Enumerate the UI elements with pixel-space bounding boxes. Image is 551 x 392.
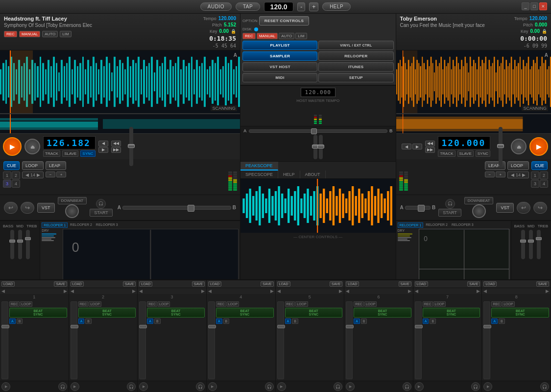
- play-btn-3[interactable]: ▶: [139, 382, 148, 391]
- load-btn-3[interactable]: LOAD: [139, 281, 152, 287]
- loop-size-right[interactable]: ◀14▶: [507, 172, 529, 178]
- help-button[interactable]: HELP: [322, 2, 351, 11]
- reset-controls-button[interactable]: RESET CONTROLS: [259, 16, 310, 25]
- rec-btn-3[interactable]: REC: [147, 301, 157, 307]
- nav-next-fast-right[interactable]: ▶▶: [425, 147, 435, 153]
- nav-left-5[interactable]: ◀: [277, 289, 281, 294]
- headphone-btn-right[interactable]: 🎧: [445, 199, 455, 209]
- headphone-btn-3[interactable]: 🎧: [196, 382, 205, 391]
- midi-button[interactable]: MIDI: [242, 73, 317, 82]
- loop-btn-2[interactable]: LOOP: [89, 301, 101, 307]
- auto-button-left[interactable]: AUTO: [42, 31, 58, 37]
- treb-slider-right[interactable]: [537, 230, 541, 259]
- minus-button[interactable]: -: [297, 2, 305, 11]
- nav-left-1[interactable]: ◀: [1, 289, 5, 294]
- play-btn-2[interactable]: ▶: [71, 382, 79, 391]
- waveform-left[interactable]: A SCANNING: [0, 50, 240, 114]
- tap-button[interactable]: TAP: [236, 2, 260, 11]
- rec-btn-4[interactable]: REC: [216, 301, 226, 307]
- cue-4-left[interactable]: 4: [12, 180, 20, 188]
- loop-btn-5[interactable]: LOOP: [295, 301, 308, 307]
- headphone-btn-left[interactable]: 🎧: [96, 199, 106, 209]
- play-button-left[interactable]: ▶: [3, 137, 22, 156]
- leap-plus-right[interactable]: +: [496, 172, 505, 177]
- cue-button-left[interactable]: CUE: [3, 161, 20, 170]
- sync-btn-left[interactable]: SYNC: [80, 150, 95, 157]
- ab-crossfader[interactable]: [249, 129, 388, 133]
- crossfader-right[interactable]: [405, 206, 431, 210]
- peakscope-tab[interactable]: PEAKSCOPE: [240, 162, 278, 171]
- rec-btn-2[interactable]: REC: [78, 301, 89, 307]
- headphone-btn-5[interactable]: 🎧: [334, 382, 342, 391]
- leap-minus-right[interactable]: −: [485, 172, 495, 177]
- beat-sync-btn-2[interactable]: BEATSYNC: [78, 308, 136, 318]
- b-btn-1[interactable]: B: [17, 318, 23, 324]
- nav-left-3[interactable]: ◀: [139, 289, 143, 294]
- save-btn-4[interactable]: SAVE: [261, 281, 273, 287]
- rec-btn-8[interactable]: REC: [491, 301, 502, 307]
- play-btn-1[interactable]: ▶: [1, 382, 10, 391]
- treb-slider-left[interactable]: [26, 230, 30, 259]
- save-btn-6[interactable]: SAVE: [399, 281, 411, 287]
- track-btn-left[interactable]: TRACK: [43, 150, 60, 157]
- play-btn-6[interactable]: ▶: [346, 382, 355, 391]
- nav-right-8[interactable]: ▶: [546, 289, 549, 294]
- b-btn-3[interactable]: B: [154, 318, 161, 324]
- relooper1-tab-right[interactable]: RELOOPER 1: [398, 222, 424, 228]
- mid-slider-right[interactable]: [529, 230, 533, 259]
- relooper1-tab-left[interactable]: RELOOPER 1: [42, 222, 68, 228]
- cue-button-right[interactable]: CUE: [531, 161, 548, 170]
- save-btn-1[interactable]: SAVE: [54, 281, 67, 287]
- nav-right-7[interactable]: ▶: [477, 289, 480, 294]
- bass-slider-left[interactable]: [10, 230, 14, 259]
- start-button-left[interactable]: START: [90, 209, 113, 217]
- nav-right-6[interactable]: ▶: [408, 289, 411, 294]
- save-btn-8[interactable]: SAVE: [536, 281, 549, 287]
- a-btn-6[interactable]: A: [354, 318, 360, 324]
- b-btn-4[interactable]: B: [223, 318, 230, 324]
- nav-left-2[interactable]: ◀: [71, 289, 74, 294]
- headphone-btn-8[interactable]: 🎧: [540, 382, 549, 391]
- nav-left-8[interactable]: ◀: [483, 289, 487, 294]
- play-btn-4[interactable]: ▶: [208, 382, 217, 391]
- b-btn-6[interactable]: B: [361, 318, 367, 324]
- load-btn-1[interactable]: LOAD: [1, 281, 15, 287]
- relooper2-tab-right[interactable]: RELOOPER 2: [424, 222, 449, 228]
- nav-left-4[interactable]: ◀: [208, 289, 212, 294]
- save-btn-2[interactable]: SAVE: [123, 281, 136, 287]
- pitch-slider-right[interactable]: [499, 127, 503, 166]
- save-btn-3[interactable]: SAVE: [192, 281, 205, 287]
- relooper3-tab-right[interactable]: RELOOPER 3: [450, 222, 475, 228]
- nav-next-left[interactable]: ▶: [98, 147, 108, 153]
- load-btn-8[interactable]: LOAD: [483, 281, 497, 287]
- load-btn-6[interactable]: LOAD: [346, 281, 359, 287]
- downbeat-button-left[interactable]: DOWNBEAT: [58, 197, 87, 204]
- fader-8[interactable]: [483, 301, 490, 379]
- setup-button[interactable]: SETUP: [318, 73, 393, 82]
- leap-plus-left[interactable]: +: [56, 172, 66, 177]
- vsthost-button[interactable]: VST HOST: [242, 62, 317, 72]
- close-button[interactable]: ✕: [539, 2, 547, 10]
- b-btn-7[interactable]: B: [430, 318, 436, 324]
- save-btn-7[interactable]: SAVE: [467, 281, 480, 287]
- maximize-button[interactable]: □: [530, 2, 538, 10]
- headphone-btn-2[interactable]: 🎧: [127, 382, 136, 391]
- vst-button-left[interactable]: VST: [37, 203, 55, 213]
- b-btn-2[interactable]: B: [85, 318, 92, 324]
- load-btn-2[interactable]: LOAD: [71, 281, 84, 287]
- itunes-button[interactable]: ITUNES: [318, 62, 393, 72]
- undo-btn-left[interactable]: ↩: [4, 202, 18, 214]
- load-btn-5[interactable]: LOAD: [277, 281, 290, 287]
- fader-1[interactable]: [1, 301, 8, 379]
- a-btn-4[interactable]: A: [216, 318, 222, 324]
- auto-btn-center[interactable]: AUTO: [279, 33, 294, 39]
- nav-prev-fast-right[interactable]: ◀◀: [425, 141, 435, 147]
- nav-right-5[interactable]: ▶: [339, 289, 342, 294]
- loop-btn-7[interactable]: LOOP: [433, 301, 446, 307]
- track-btn-right[interactable]: TRACK: [438, 150, 455, 157]
- cue-1-right[interactable]: 1: [531, 172, 539, 179]
- nav-next-fast-left[interactable]: ▶▶: [111, 147, 121, 153]
- nav-right-4[interactable]: ▶: [270, 289, 274, 294]
- headphone-btn-6[interactable]: 🎧: [403, 382, 411, 391]
- leap-minus-left[interactable]: −: [46, 172, 55, 177]
